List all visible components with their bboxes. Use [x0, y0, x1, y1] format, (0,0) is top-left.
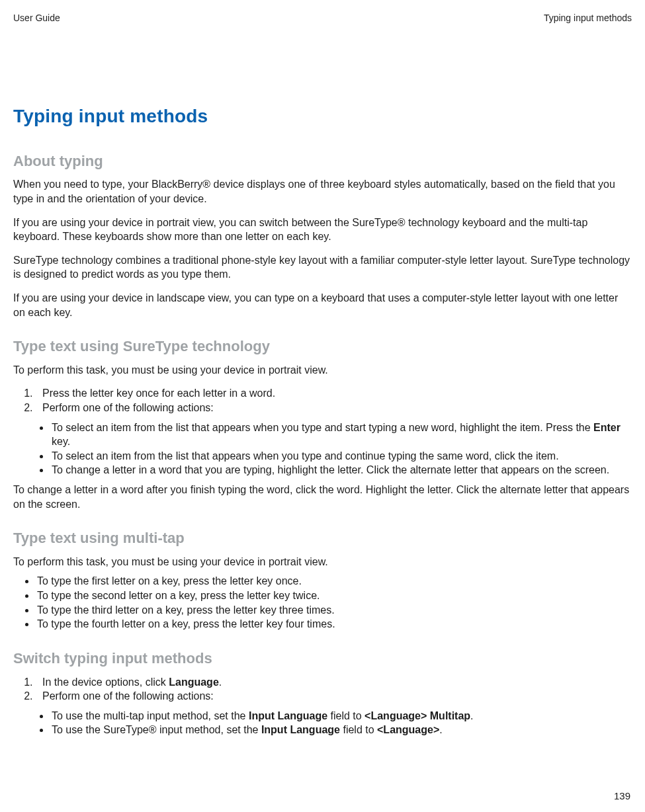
- input-language-value-multitap: <Language> Multitap: [365, 710, 470, 721]
- about-p2: If you are using your device in portrait…: [13, 216, 632, 244]
- suretype-sub-2: To select an item from the list that app…: [50, 449, 632, 464]
- heading-multitap: Type text using multi-tap: [13, 528, 632, 548]
- multitap-item-1: To type the first letter on a key, press…: [36, 574, 632, 589]
- page-number: 139: [614, 790, 630, 803]
- input-language-value-suretype: <Language>: [377, 724, 439, 735]
- heading-suretype: Type text using SureType technology: [13, 337, 632, 356]
- text: To use the SureType® input method, set t…: [52, 724, 261, 735]
- header-right: Typing input methods: [544, 12, 632, 24]
- text: To use the multi-tap input method, set t…: [52, 710, 249, 721]
- text: .: [439, 724, 442, 735]
- language-option-label: Language: [169, 676, 219, 688]
- suretype-step-2: Perform one of the following actions:: [36, 401, 632, 415]
- page: User Guide Typing input methods Typing i…: [0, 0, 645, 812]
- heading-switch: Switch typing input methods: [13, 649, 632, 669]
- multitap-list: To type the first letter on a key, press…: [13, 574, 632, 631]
- header-left: User Guide: [13, 12, 60, 24]
- heading-about-typing: About typing: [13, 151, 632, 171]
- text: key.: [52, 436, 70, 447]
- about-p1: When you need to type, your BlackBerry® …: [13, 177, 632, 206]
- suretype-sublist: To select an item from the list that app…: [13, 421, 632, 477]
- text: In the device options, click: [42, 676, 169, 688]
- about-p4: If you are using your device in landscap…: [13, 291, 632, 319]
- text: To select an item from the list that app…: [52, 422, 593, 433]
- suretype-steps: Press the letter key once for each lette…: [13, 386, 632, 415]
- text: field to: [340, 724, 377, 735]
- enter-key-label: Enter: [593, 422, 621, 433]
- text: .: [470, 710, 473, 721]
- text: field to: [327, 710, 365, 721]
- running-header: User Guide Typing input methods: [13, 12, 632, 24]
- input-language-field-label: Input Language: [249, 710, 327, 721]
- text: .: [219, 676, 222, 688]
- suretype-intro: To perform this task, you must be using …: [13, 363, 632, 378]
- multitap-item-4: To type the fourth letter on a key, pres…: [36, 617, 632, 631]
- input-language-field-label: Input Language: [261, 724, 340, 735]
- switch-sublist: To use the multi-tap input method, set t…: [13, 709, 632, 737]
- multitap-intro: To perform this task, you must be using …: [13, 555, 632, 569]
- suretype-sub-3: To change a letter in a word that you ar…: [50, 463, 632, 477]
- switch-sub-1: To use the multi-tap input method, set t…: [50, 709, 632, 723]
- switch-step-2: Perform one of the following actions:: [36, 689, 632, 704]
- switch-step-1: In the device options, click Language.: [36, 675, 632, 690]
- page-title: Typing input methods: [13, 104, 632, 129]
- about-p3: SureType technology combines a tradition…: [13, 253, 632, 282]
- switch-sub-2: To use the SureType® input method, set t…: [50, 723, 632, 737]
- multitap-item-2: To type the second letter on a key, pres…: [36, 589, 632, 603]
- multitap-item-3: To type the third letter on a key, press…: [36, 603, 632, 618]
- suretype-step-1: Press the letter key once for each lette…: [36, 386, 632, 401]
- suretype-sub-1: To select an item from the list that app…: [50, 421, 632, 449]
- suretype-after: To change a letter in a word after you f…: [13, 483, 632, 511]
- switch-steps: In the device options, click Language. P…: [13, 675, 632, 704]
